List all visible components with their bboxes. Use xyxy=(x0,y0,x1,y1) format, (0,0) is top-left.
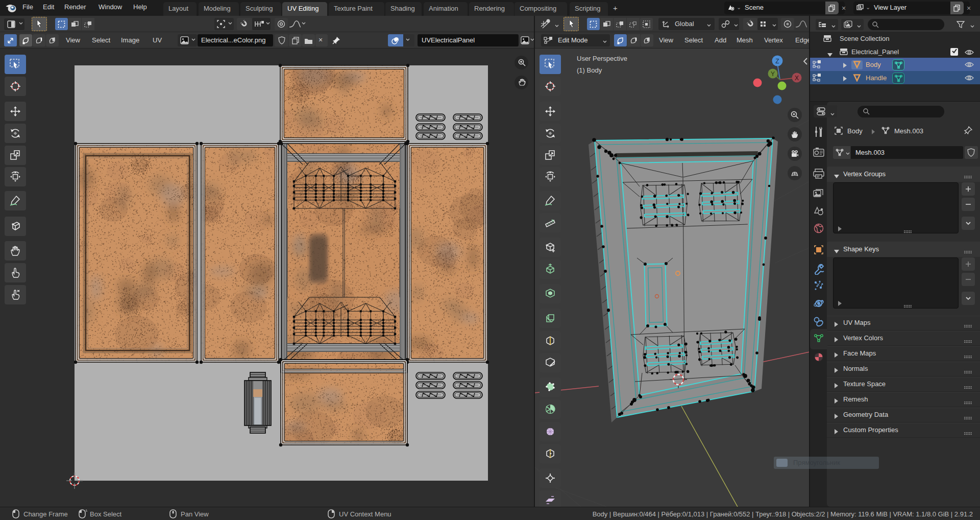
svg-text:X: X xyxy=(795,75,799,82)
svg-text:Y: Y xyxy=(771,70,775,78)
svg-text:Z: Z xyxy=(775,58,779,65)
